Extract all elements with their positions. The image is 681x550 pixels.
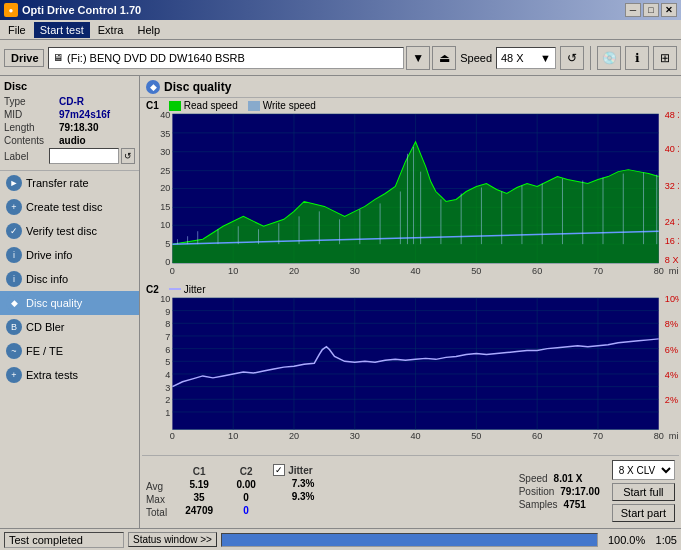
samples-row: Samples 4751 [519,499,600,510]
start-full-button[interactable]: Start full [612,483,675,501]
svg-text:8 X: 8 X [665,255,679,265]
sidebar-label-disc-quality: Disc quality [26,297,82,309]
disc-quality-header-icon: ◆ [146,80,160,94]
samples-stat-label: Samples [519,499,558,510]
sidebar-label-verify-test-disc: Verify test disc [26,225,97,237]
sidebar-item-create-test-disc[interactable]: + Create test disc [0,195,139,219]
jitter-checkbox[interactable]: ✓ [273,464,285,476]
read-speed-color [169,101,181,111]
sidebar-item-extra-tests[interactable]: + Extra tests [0,363,139,387]
disc-section-title: Disc [4,80,135,92]
speed-stat-value: 8.01 X [554,473,583,484]
sidebar-item-fe-te[interactable]: ~ FE / TE [0,339,139,363]
sidebar-label-drive-info: Drive info [26,249,72,261]
menu-extra[interactable]: Extra [92,22,130,38]
speed-select[interactable]: 48 X▼ [496,47,556,69]
position-stat-label: Position [519,486,555,497]
chart2-jitter-legend: Jitter [169,284,206,295]
drive-dropdown-button[interactable]: ▼ [406,46,430,70]
svg-text:40: 40 [160,112,170,120]
svg-text:6%: 6% [665,345,678,355]
status-window-button[interactable]: Status window >> [128,532,217,547]
svg-text:4: 4 [165,370,170,380]
c1-header: C1 [179,466,219,477]
jitter-max: 9.3% [273,491,333,502]
chart2-jitter-label: Jitter [184,284,206,295]
burn-icon-button[interactable]: 💿 [597,46,621,70]
svg-text:20: 20 [289,266,299,276]
svg-text:40: 40 [410,431,420,441]
svg-text:min: min [669,266,679,276]
jitter-avg: 7.3% [273,478,333,489]
app-title: Opti Drive Control 1.70 [22,4,141,16]
progress-bar-container [221,533,598,547]
drive-eject-button[interactable]: ⏏ [432,46,456,70]
refresh-button[interactable]: ↺ [560,46,584,70]
speed-dropdown[interactable]: 8 X CLV [612,460,675,480]
label-refresh-button[interactable]: ↺ [121,148,135,164]
svg-text:10%: 10% [665,296,679,304]
svg-text:10: 10 [160,220,170,230]
sidebar-item-verify-test-disc[interactable]: ✓ Verify test disc [0,219,139,243]
sidebar-item-transfer-rate[interactable]: ► Transfer rate [0,171,139,195]
sidebar-item-cd-bler[interactable]: B CD Bler [0,315,139,339]
position-stat-value: 79:17.00 [560,486,599,497]
menu-file[interactable]: File [2,22,32,38]
cd-bler-icon: B [6,319,22,335]
svg-text:70: 70 [593,431,603,441]
svg-text:70: 70 [593,266,603,276]
drive-info-icon: i [6,247,22,263]
fe-te-icon: ~ [6,343,22,359]
disc-label-input[interactable] [49,148,119,164]
svg-text:60: 60 [532,431,542,441]
c2-col: C2 0.00 0 0 [231,466,261,516]
c1-col: C1 5.19 35 24709 [179,466,219,516]
drive-select-container: 🖥 (Fi:) BENQ DVD DD DW1640 BSRB ▼ ⏏ [48,46,456,70]
stats-labels-col: Avg Max Total [146,465,167,518]
svg-text:3: 3 [165,383,170,393]
disc-mid-label: MID [4,109,59,120]
svg-text:2%: 2% [665,395,678,405]
sidebar-item-drive-info[interactable]: i Drive info [0,243,139,267]
progress-percent: 100.0% [602,534,652,546]
jitter-color [169,288,181,290]
info-icon-button[interactable]: ℹ [625,46,649,70]
svg-text:80: 80 [654,431,664,441]
jitter-checkbox-row[interactable]: ✓ Jitter [273,464,333,476]
menu-help[interactable]: Help [131,22,166,38]
chart1-write-legend: Write speed [248,100,316,111]
settings-icon-button[interactable]: ⊞ [653,46,677,70]
svg-text:7: 7 [165,332,170,342]
sidebar-item-disc-info[interactable]: i Disc info [0,267,139,291]
samples-stat-value: 4751 [564,499,586,510]
toolbar-separator [590,46,591,70]
maximize-button[interactable]: □ [643,3,659,17]
svg-text:20: 20 [289,431,299,441]
svg-text:0: 0 [170,431,175,441]
menu-start-test[interactable]: Start test [34,22,90,38]
svg-text:24 X: 24 X [665,217,679,227]
c1-max: 35 [179,492,219,503]
svg-text:40: 40 [411,266,421,276]
start-part-button[interactable]: Start part [612,504,675,522]
speed-label: Speed [460,52,492,64]
chart1-svg: 40 35 30 25 20 15 10 5 0 0 10 20 30 40 5… [142,112,679,276]
svg-text:4%: 4% [665,370,678,380]
minimize-button[interactable]: ─ [625,3,641,17]
svg-text:9: 9 [165,307,170,317]
status-bar: Test completed Status window >> 100.0% 1… [0,528,681,550]
svg-text:1: 1 [165,408,170,418]
chart1-read-label: Read speed [184,100,238,111]
drive-select[interactable]: 🖥 (Fi:) BENQ DVD DD DW1640 BSRB [48,47,404,69]
svg-text:60: 60 [532,266,542,276]
close-button[interactable]: ✕ [661,3,677,17]
svg-text:48 X: 48 X [665,112,679,120]
sidebar-item-disc-quality[interactable]: ◆ Disc quality [0,291,139,315]
jitter-header: Jitter [288,465,312,476]
chart1-write-label: Write speed [263,100,316,111]
chart1-read-legend: Read speed [169,100,238,111]
svg-text:2: 2 [165,395,170,405]
progress-bar-fill [222,534,597,546]
disc-quality-title: Disc quality [164,80,231,94]
create-test-disc-icon: + [6,199,22,215]
